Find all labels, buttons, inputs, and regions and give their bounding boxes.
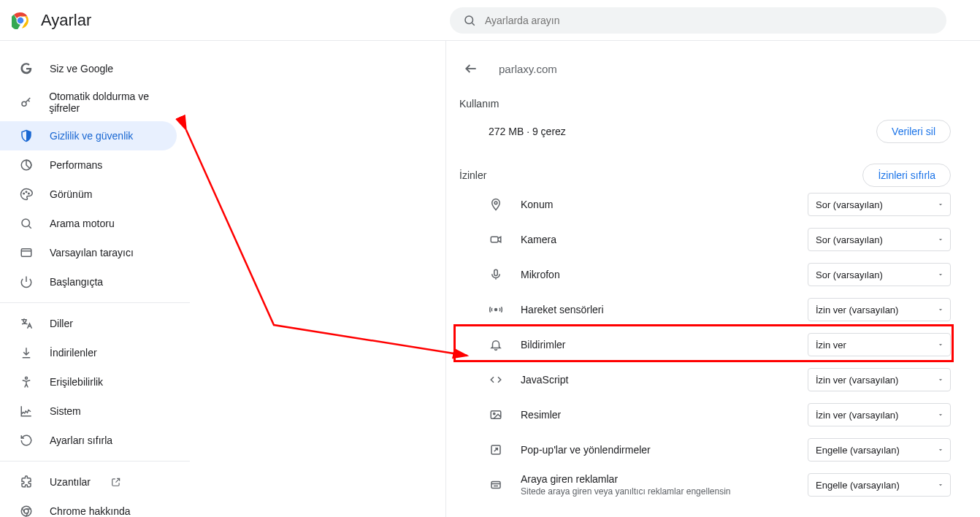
permission-row-bildirimler: Bildirimlerİzin ver <box>459 327 951 362</box>
sidebar-item-label: İndirilenler <box>50 347 97 359</box>
permission-value: İzin ver <box>816 340 846 351</box>
bell-icon <box>489 338 503 351</box>
permissions-header: İzinler İzinleri sıfırla <box>459 164 951 187</box>
svg-rect-29 <box>491 482 500 489</box>
speed-icon <box>19 158 34 172</box>
sidebar-item-i-ndirilenler[interactable]: İndirilenler <box>0 338 177 367</box>
permission-row-araya-giren-reklamlar: Araya giren reklamlarSitede araya giren … <box>459 467 951 502</box>
permission-label: Resimler <box>521 409 561 421</box>
sidebar-divider <box>0 302 190 303</box>
extension-icon <box>19 475 34 489</box>
svg-rect-24 <box>494 269 498 275</box>
search-input[interactable] <box>485 15 933 26</box>
permission-value: Engelle (varsayılan) <box>816 480 900 491</box>
sidebar-item-label: Görünüm <box>50 188 92 200</box>
permission-select[interactable]: Sor (varsayılan) <box>808 263 951 286</box>
permission-value: Sor (varsayılan) <box>816 234 883 245</box>
sidebar-item-otomatik-doldurma-ve-ifreler[interactable]: Otomatik doldurma ve şifreler <box>0 83 177 121</box>
permission-select[interactable]: İzin ver <box>808 333 951 356</box>
permission-select[interactable]: Sor (varsayılan) <box>808 228 951 251</box>
chevron-down-icon <box>937 411 944 418</box>
svg-rect-23 <box>491 237 498 242</box>
permission-value: İzin ver (varsayılan) <box>816 375 898 386</box>
permission-select[interactable]: Engelle (varsayılan) <box>808 438 951 462</box>
svg-point-9 <box>28 193 30 194</box>
mic-icon <box>489 268 503 281</box>
motion-icon <box>489 303 503 316</box>
sidebar-item-arama-motoru[interactable]: Arama motoru <box>0 209 177 238</box>
accessibility-icon <box>19 375 34 388</box>
site-name: parlaxy.com <box>499 63 557 75</box>
palette-icon <box>19 188 34 201</box>
google-icon <box>19 62 34 75</box>
back-button[interactable] <box>459 57 483 80</box>
sidebar-item-ba-lang-ta[interactable]: Başlangıçta <box>0 267 177 296</box>
location-icon <box>489 198 503 211</box>
sidebar-item-label: Varsayılan tarayıcı <box>50 247 134 258</box>
permission-label: JavaScript <box>521 374 568 386</box>
sidebar-item-ayarlar-s-f-rla[interactable]: Ayarları sıfırla <box>0 426 177 455</box>
permission-select[interactable]: Sor (varsayılan) <box>808 193 951 216</box>
chevron-down-icon <box>937 376 944 383</box>
permission-row-resimler: Resimlerİzin ver (varsayılan) <box>459 397 951 432</box>
popup-icon <box>489 443 503 456</box>
search-box[interactable] <box>450 7 946 34</box>
sidebar-item-performans[interactable]: Performans <box>0 150 177 180</box>
image-icon <box>489 408 503 421</box>
browser-icon <box>19 246 34 259</box>
key-icon <box>19 96 33 109</box>
clear-data-button[interactable]: Verileri sil <box>876 120 951 143</box>
svg-point-5 <box>22 102 26 106</box>
permission-select[interactable]: Engelle (varsayılan) <box>808 473 951 497</box>
permission-select[interactable]: İzin ver (varsayılan) <box>808 298 951 321</box>
breadcrumb: parlaxy.com <box>459 57 951 80</box>
svg-point-10 <box>22 219 30 227</box>
svg-point-3 <box>465 16 473 24</box>
permission-row-mikrofon: MikrofonSor (varsayılan) <box>459 257 951 292</box>
main-content: parlaxy.com Kullanım 272 MB · 9 çerez Ve… <box>445 41 980 517</box>
usage-value: 272 MB · 9 çerez <box>489 126 566 137</box>
power-icon <box>19 275 34 288</box>
permission-select[interactable]: İzin ver (varsayılan) <box>808 368 951 391</box>
chrome-logo-icon <box>12 12 29 29</box>
permission-row-javascript: JavaScriptİzin ver (varsayılan) <box>459 362 951 397</box>
sidebar-item-label: Sistem <box>50 405 81 417</box>
sidebar-item-sistem[interactable]: Sistem <box>0 397 177 426</box>
svg-point-2 <box>18 17 24 23</box>
external-link-icon <box>111 477 121 487</box>
sidebar-item-siz-ve-google[interactable]: Siz ve Google <box>0 54 177 83</box>
sidebar-item-label: Arama motoru <box>50 218 115 229</box>
sidebar-item-eri-ilebilirlik[interactable]: Erişilebilirlik <box>0 367 177 397</box>
permission-value: Sor (varsayılan) <box>816 199 883 210</box>
chevron-down-icon <box>937 341 944 348</box>
svg-point-27 <box>494 413 495 414</box>
sidebar-item-gizlilik-ve-g-venlik[interactable]: Gizlilik ve güvenlik <box>0 121 177 150</box>
chevron-down-icon <box>937 446 944 453</box>
chevron-down-icon <box>937 481 944 489</box>
sidebar-item-chrome-hakk-nda[interactable]: Chrome hakkında <box>0 497 177 517</box>
sidebar-item-label: Başlangıçta <box>50 276 103 288</box>
permission-select[interactable]: İzin ver (varsayılan) <box>808 403 951 426</box>
permission-label: Bildirimler <box>521 339 565 351</box>
permission-value: İzin ver (varsayılan) <box>816 305 898 315</box>
code-icon <box>489 373 503 386</box>
sidebar-item-g-r-n-m[interactable]: Görünüm <box>0 180 177 209</box>
svg-point-8 <box>26 191 27 193</box>
sidebar-item-diller[interactable]: Diller <box>0 309 177 338</box>
permission-label: Kamera <box>521 234 556 245</box>
download-icon <box>19 346 34 359</box>
search-icon <box>19 217 34 230</box>
chevron-down-icon <box>937 201 944 208</box>
permissions-list: KonumSor (varsayılan)KameraSor (varsayıl… <box>459 187 951 502</box>
reset-permissions-button[interactable]: İzinleri sıfırla <box>862 164 951 187</box>
system-icon <box>19 405 34 418</box>
svg-rect-12 <box>21 249 31 257</box>
sidebar-item-varsay-lan-taray-c-[interactable]: Varsayılan tarayıcı <box>0 238 177 267</box>
sidebar-item-uzant-lar[interactable]: Uzantılar <box>0 467 177 497</box>
permission-row-pop-up-lar-ve-y-nlendirmeler: Pop-up'lar ve yönlendirmelerEngelle (var… <box>459 432 951 467</box>
sidebar-item-label: Erişilebilirlik <box>50 376 103 388</box>
header: Ayarlar <box>0 0 980 41</box>
page-title: Ayarlar <box>41 11 91 30</box>
permission-value: Engelle (varsayılan) <box>816 445 900 456</box>
permission-row-hareket-sens-rleri: Hareket sensörleriİzin ver (varsayılan) <box>459 292 951 327</box>
